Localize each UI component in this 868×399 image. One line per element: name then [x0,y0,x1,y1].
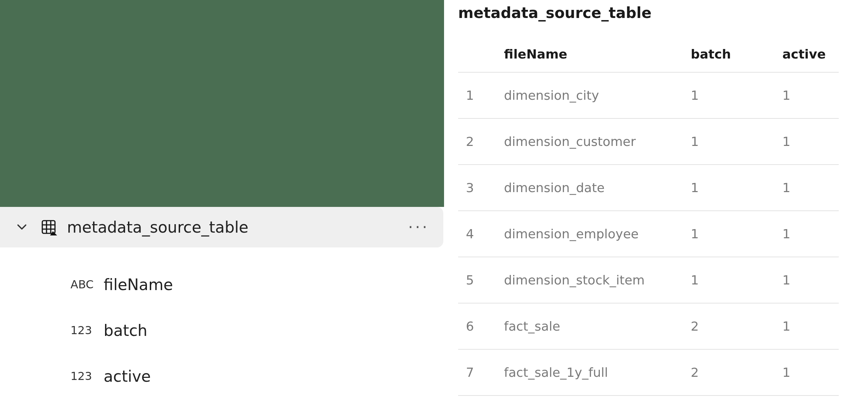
cell-active: 1 [779,165,839,211]
cell-index: 3 [458,165,500,211]
column-name-label: fileName [104,276,173,294]
cell-batch: 1 [687,118,779,165]
cell-active: 1 [779,349,839,395]
table-name-label: metadata_source_table [67,218,408,236]
cell-batch: 1 [687,211,779,257]
table-header-row: fileName batch active [458,41,839,72]
schema-tree-panel: metadata_source_table ··· ABC fileName 1… [0,0,444,399]
more-options-button[interactable]: ··· [408,218,429,236]
cell-index: 6 [458,303,500,349]
cell-fileName: dimension_employee [500,211,687,257]
cell-batch: 2 [687,349,779,395]
column-item-active[interactable]: 123 active [70,353,444,399]
top-background-block [0,0,444,207]
cell-index: 1 [458,72,500,118]
table-icon [40,219,57,235]
table-tree-item[interactable]: metadata_source_table ··· [0,207,443,247]
table-row[interactable]: 2 dimension_customer 1 1 [458,118,839,165]
cell-fileName: dimension_date [500,165,687,211]
table-row[interactable]: 5 dimension_stock_item 1 1 [458,257,839,303]
header-active[interactable]: active [779,41,839,72]
column-item-batch[interactable]: 123 batch [70,307,444,353]
header-index [458,41,500,72]
cell-batch: 2 [687,303,779,349]
preview-title: metadata_source_table [458,4,868,22]
column-name-label: active [104,367,151,385]
table-row[interactable]: 7 fact_sale_1y_full 2 1 [458,349,839,395]
data-preview-table: fileName batch active 1 dimension_city 1… [458,41,839,396]
header-batch[interactable]: batch [687,41,779,72]
cell-batch: 1 [687,72,779,118]
svg-rect-0 [42,221,55,233]
cell-active: 1 [779,72,839,118]
cell-active: 1 [779,211,839,257]
table-row[interactable]: 3 dimension_date 1 1 [458,165,839,211]
cell-batch: 1 [687,257,779,303]
cell-fileName: dimension_stock_item [500,257,687,303]
columns-list: ABC fileName 123 batch 123 active [0,247,444,399]
type-number-icon: 123 [70,324,99,337]
cell-fileName: dimension_customer [500,118,687,165]
cell-index: 2 [458,118,500,165]
table-row[interactable]: 1 dimension_city 1 1 [458,72,839,118]
column-item-fileName[interactable]: ABC fileName [70,262,444,307]
cell-active: 1 [779,257,839,303]
cell-fileName: fact_sale_1y_full [500,349,687,395]
cell-index: 4 [458,211,500,257]
cell-index: 5 [458,257,500,303]
cell-active: 1 [779,303,839,349]
table-row[interactable]: 6 fact_sale 2 1 [458,303,839,349]
chevron-down-icon[interactable] [14,219,30,235]
table-row[interactable]: 4 dimension_employee 1 1 [458,211,839,257]
header-fileName[interactable]: fileName [500,41,687,72]
cell-index: 7 [458,349,500,395]
column-name-label: batch [104,321,147,339]
cell-active: 1 [779,118,839,165]
cell-fileName: fact_sale [500,303,687,349]
type-text-icon: ABC [70,278,99,291]
cell-batch: 1 [687,165,779,211]
cell-fileName: dimension_city [500,72,687,118]
data-preview-panel: metadata_source_table fileName batch act… [444,0,868,399]
type-number-icon: 123 [70,369,99,383]
